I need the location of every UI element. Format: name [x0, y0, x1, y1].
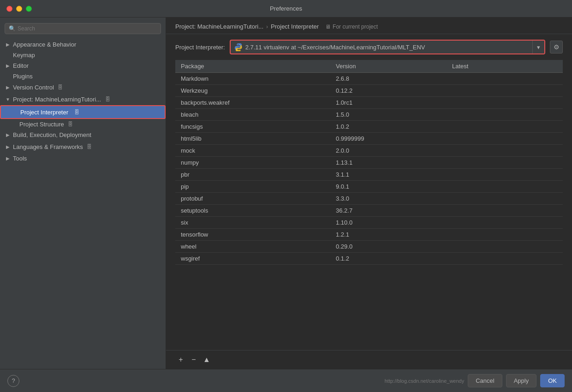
package-version: 1.0rc1: [330, 97, 447, 109]
col-header-latest: Latest: [447, 60, 563, 73]
table-row[interactable]: six 1.10.0: [175, 217, 563, 229]
sidebar-item-languages[interactable]: ▶ Languages & Frameworks 🗄: [0, 141, 166, 153]
package-latest: [447, 133, 563, 145]
breadcrumb-current: Project Interpreter: [271, 23, 319, 30]
sidebar-item-build[interactable]: ▶ Build, Execution, Deployment: [0, 129, 166, 141]
package-version: 0.29.0: [330, 241, 447, 253]
table-row[interactable]: html5lib 0.9999999: [175, 133, 563, 145]
sidebar-item-project[interactable]: ▼ Project: MachineLearningTutori... 🗄: [0, 93, 166, 105]
package-version: 1.13.1: [330, 157, 447, 169]
package-version: 2.6.8: [330, 73, 447, 85]
sidebar: 🔍 ▶ Appearance & Behavior Keymap ▶ Edito…: [0, 18, 166, 369]
sidebar-label-editor: Editor: [13, 62, 29, 69]
expand-arrow-vc: ▶: [5, 84, 11, 90]
search-input[interactable]: [18, 25, 157, 32]
package-name: html5lib: [175, 133, 330, 145]
package-latest: [447, 241, 563, 253]
sidebar-label-project-interpreter: Project Interpreter: [20, 109, 68, 116]
package-latest: [447, 229, 563, 241]
package-version: 1.10.0: [330, 217, 447, 229]
package-name: setuptools: [175, 205, 330, 217]
window-title: Preferences: [270, 5, 302, 12]
footer-right: http://blog.csdn.net/caroline_wendy Canc…: [385, 374, 565, 387]
table-row[interactable]: Markdown 2.6.8: [175, 73, 563, 85]
sidebar-label-appearance: Appearance & Behavior: [13, 41, 76, 48]
table-row[interactable]: setuptools 36.2.7: [175, 205, 563, 217]
table-row[interactable]: funcsigs 1.0.2: [175, 121, 563, 133]
package-latest: [447, 181, 563, 193]
table-row[interactable]: backports.weakref 1.0rc1: [175, 97, 563, 109]
sidebar-item-plugins[interactable]: Plugins: [0, 71, 166, 81]
table-row[interactable]: pbr 3.1.1: [175, 169, 563, 181]
help-icon: ?: [12, 377, 15, 384]
expand-arrow-build: ▶: [5, 132, 11, 138]
python-icon: [234, 43, 243, 51]
remove-package-button[interactable]: −: [188, 354, 199, 365]
package-version: 36.2.7: [330, 205, 447, 217]
package-latest: [447, 205, 563, 217]
table-row[interactable]: pip 9.0.1: [175, 181, 563, 193]
col-header-package: Package: [175, 60, 330, 73]
interpreter-dropdown-arrow[interactable]: ▾: [532, 41, 544, 53]
footer-left: ?: [7, 375, 19, 387]
package-latest: [447, 217, 563, 229]
col-header-version: Version: [330, 60, 447, 73]
package-name: six: [175, 217, 330, 229]
repo-icon-pi: 🗄: [73, 108, 80, 116]
package-latest: [447, 121, 563, 133]
sidebar-item-project-interpreter[interactable]: Project Interpreter 🗄: [0, 105, 166, 119]
maximize-button[interactable]: [26, 6, 32, 12]
sidebar-item-project-structure[interactable]: Project Structure 🗄: [0, 119, 166, 129]
table-row[interactable]: protobuf 3.3.0: [175, 193, 563, 205]
upgrade-package-button[interactable]: ▲: [201, 354, 212, 365]
package-latest: [447, 169, 563, 181]
add-package-button[interactable]: +: [175, 354, 186, 365]
package-latest: [447, 109, 563, 121]
search-icon: 🔍: [9, 25, 16, 32]
ok-button[interactable]: OK: [540, 374, 565, 387]
package-version: 3.3.0: [330, 193, 447, 205]
table-row[interactable]: wsgiref 0.1.2: [175, 253, 563, 265]
table-toolbar: + − ▲: [166, 350, 572, 369]
breadcrumb: Project: MachineLearningTutori... › Proj…: [166, 18, 572, 34]
cancel-button[interactable]: Cancel: [468, 374, 502, 387]
sidebar-item-appearance[interactable]: ▶ Appearance & Behavior: [0, 39, 166, 50]
sidebar-item-keymap[interactable]: Keymap: [0, 50, 166, 60]
package-version: 2.0.0: [330, 145, 447, 157]
table-row[interactable]: bleach 1.5.0: [175, 109, 563, 121]
package-latest: [447, 193, 563, 205]
packages-list: Package Version Latest Markdown 2.6.8 We…: [175, 60, 563, 265]
package-version: 1.0.2: [330, 121, 447, 133]
table-row[interactable]: numpy 1.13.1: [175, 157, 563, 169]
gear-icon: ⚙: [554, 43, 560, 51]
sidebar-item-tools[interactable]: ▶ Tools: [0, 153, 166, 164]
package-version: 0.1.2: [330, 253, 447, 265]
package-name: Markdown: [175, 73, 330, 85]
watermark: http://blog.csdn.net/caroline_wendy: [385, 378, 464, 384]
package-latest: [447, 97, 563, 109]
package-name: pbr: [175, 169, 330, 181]
sidebar-item-editor[interactable]: ▶ Editor: [0, 60, 166, 71]
table-row[interactable]: wheel 0.29.0: [175, 241, 563, 253]
package-name: numpy: [175, 157, 330, 169]
search-box[interactable]: 🔍: [5, 23, 161, 34]
help-button[interactable]: ?: [7, 375, 19, 387]
table-row[interactable]: mock 2.0.0: [175, 145, 563, 157]
interpreter-settings-button[interactable]: ⚙: [550, 41, 563, 53]
sidebar-item-version-control[interactable]: ▶ Version Control 🗄: [0, 81, 166, 93]
expand-arrow-lang: ▶: [5, 143, 11, 150]
minimize-button[interactable]: [16, 6, 22, 12]
package-version: 1.2.1: [330, 229, 447, 241]
table-row[interactable]: Werkzeug 0.12.2: [175, 85, 563, 97]
package-latest: [447, 145, 563, 157]
close-button[interactable]: [6, 6, 12, 12]
interpreter-select-wrapper[interactable]: 2.7.11 virtualenv at ~/Exercises/Machine…: [230, 40, 545, 54]
expand-arrow-appearance: ▶: [5, 42, 11, 48]
package-version: 9.0.1: [330, 181, 447, 193]
titlebar: Preferences: [0, 0, 572, 18]
package-name: bleach: [175, 109, 330, 121]
package-name: pip: [175, 181, 330, 193]
interpreter-select-inner: 2.7.11 virtualenv at ~/Exercises/Machine…: [231, 41, 532, 53]
table-row[interactable]: tensorflow 1.2.1: [175, 229, 563, 241]
apply-button[interactable]: Apply: [506, 374, 537, 387]
